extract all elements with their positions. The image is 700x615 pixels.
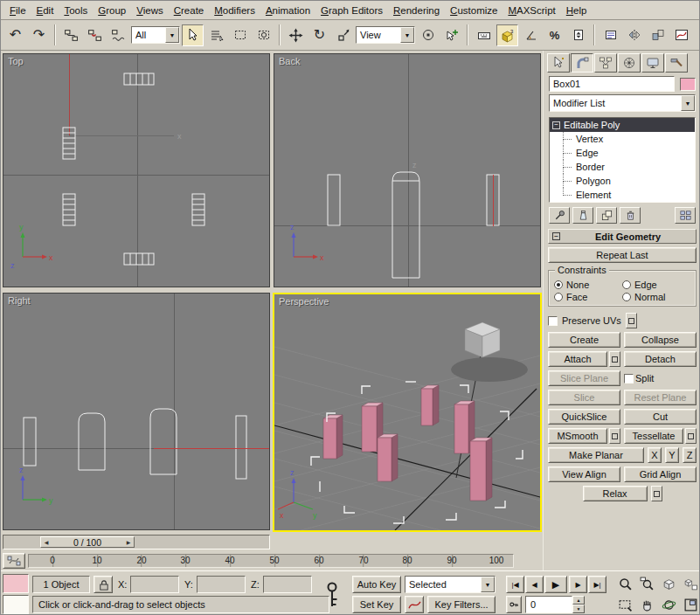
go-to-start-button[interactable]: |◀ [506,576,524,593]
next-frame-arrow-icon[interactable]: ▶ [123,539,134,545]
tab-hierarchy-icon[interactable] [594,53,617,73]
zoom-region-icon[interactable] [614,595,635,614]
bind-to-spacewarp-icon[interactable] [107,24,129,46]
mini-curve-editor-button[interactable] [3,553,25,569]
macro-recorder-mini-listener[interactable] [3,574,29,593]
pin-stack-icon[interactable] [549,207,570,224]
keyboard-shortcut-override-icon[interactable] [473,24,495,46]
tab-motion-icon[interactable] [618,53,641,73]
reference-coordinate-dropdown[interactable]: View ▼ [356,26,415,44]
create-button[interactable]: Create [548,332,620,348]
make-planar-y-button[interactable]: Y [665,447,679,463]
min-max-toggle-icon[interactable] [680,595,700,614]
show-end-result-icon[interactable] [572,207,593,224]
z-coord-field[interactable] [263,576,312,593]
arc-rotate-icon[interactable] [658,595,679,614]
viewport-right[interactable]: z y Right [3,293,270,530]
time-slider-thumb[interactable]: ◀ 0 / 100 ▶ [40,536,135,548]
make-unique-icon[interactable] [596,207,617,224]
default-in-out-tangent-icon[interactable] [405,596,424,613]
viewport-perspective[interactable]: z x y Perspective [273,293,542,532]
window-crossing-toggle-icon[interactable] [253,24,274,46]
redo-icon[interactable]: ↷ [28,24,50,46]
msmooth-settings-button[interactable] [609,428,620,444]
modifier-list-dropdown[interactable]: Modifier List ▼ [549,94,696,112]
zoom-all-icon[interactable] [636,574,657,593]
collapse-icon[interactable]: − [552,121,560,129]
menu-animation[interactable]: Animation [260,3,315,18]
zoom-extents-all-icon[interactable] [680,574,700,593]
slice-button[interactable]: Slice [548,390,620,405]
chevron-down-icon[interactable]: ▼ [165,27,179,43]
attach-list-button[interactable] [609,351,620,367]
reset-plane-button[interactable]: Reset Plane [624,390,697,405]
menu-edit[interactable]: Edit [31,3,59,18]
tab-create-icon[interactable] [547,53,570,73]
tessellate-button[interactable]: Tessellate [624,428,683,444]
tab-modify-icon[interactable] [571,53,593,73]
stack-item-border[interactable]: Border [550,160,695,174]
named-selection-sets-icon[interactable] [600,24,621,46]
detach-button[interactable]: Detach [624,351,697,367]
quickslice-button[interactable]: QuickSlice [548,409,620,425]
menu-file[interactable]: File [4,3,31,18]
go-to-end-button[interactable]: ▶| [588,576,606,593]
viewport-back[interactable]: z z x Back [274,53,541,287]
spinner-snap-icon[interactable] [567,24,589,46]
constraint-edge-radio[interactable] [622,280,631,289]
selection-lock-icon[interactable] [94,576,113,593]
select-by-name-icon[interactable] [205,24,227,46]
current-frame-field[interactable]: 0 [525,596,572,613]
stack-item-element[interactable]: Element [550,188,695,202]
relax-button[interactable]: Relax [583,486,648,501]
stack-item-polygon[interactable]: Polygon [550,174,695,188]
frame-spinner[interactable]: ▲ ▼ [572,596,585,613]
select-and-link-icon[interactable] [60,24,82,46]
spinner-down-icon[interactable]: ▼ [572,605,585,613]
snap-toggle-3d-icon[interactable]: 3 [496,24,518,46]
previous-frame-arrow-icon[interactable]: ◀ [41,539,52,545]
next-frame-button[interactable]: ▶ [569,576,587,593]
stack-item-edge[interactable]: Edge [550,146,695,160]
slice-plane-button[interactable]: Slice Plane [548,370,620,386]
percent-snap-icon[interactable]: % [544,24,565,46]
select-object-icon[interactable] [182,24,204,46]
menu-help[interactable]: Help [561,3,593,18]
menu-maxscript[interactable]: MAXScript [502,3,560,18]
repeat-last-button[interactable]: Repeat Last [548,247,697,263]
pan-hand-icon[interactable] [636,595,657,614]
constraint-none-radio[interactable] [554,280,563,289]
grid-align-button[interactable]: Grid Align [624,466,697,482]
object-name-field[interactable]: Box01 [549,76,675,92]
view-align-button[interactable]: View Align [548,466,620,482]
use-pivot-center-icon[interactable] [417,24,439,46]
zoom-extents-icon[interactable] [658,574,679,593]
menu-create[interactable]: Create [169,3,210,18]
menu-customize[interactable]: Customize [445,3,502,18]
object-color-swatch[interactable] [680,78,696,91]
stack-item-vertex[interactable]: Vertex [550,132,695,146]
chevron-down-icon[interactable]: ▼ [481,577,495,592]
set-keys-key-icon[interactable] [321,576,343,613]
unlink-selection-icon[interactable] [84,24,106,46]
key-mode-toggle-icon[interactable] [506,596,522,613]
select-and-rotate-icon[interactable]: ↻ [308,24,330,46]
collapse-icon[interactable]: − [552,232,560,240]
set-key-button[interactable]: Set Key [352,596,401,613]
curve-editor-icon[interactable] [670,24,692,46]
previous-frame-button[interactable]: ◀ [525,576,544,593]
viewport-top[interactable]: x y x z Top [3,53,270,287]
menu-rendering[interactable]: Rendering [388,3,445,18]
menu-modifiers[interactable]: Modifiers [209,3,260,18]
tab-display-icon[interactable] [641,53,664,73]
spinner-up-icon[interactable]: ▲ [572,596,585,605]
select-and-scale-icon[interactable] [332,24,354,46]
key-filters-button[interactable]: Key Filters... [427,596,496,613]
zoom-icon[interactable] [614,574,635,593]
remove-modifier-icon[interactable] [620,207,641,224]
constraint-normal-radio[interactable] [622,293,631,301]
relax-settings-button[interactable] [651,486,662,501]
collapse-button[interactable]: Collapse [624,332,697,348]
preserve-uvs-settings-button[interactable] [626,313,637,328]
selection-filter-dropdown[interactable]: All ▼ [131,26,180,44]
